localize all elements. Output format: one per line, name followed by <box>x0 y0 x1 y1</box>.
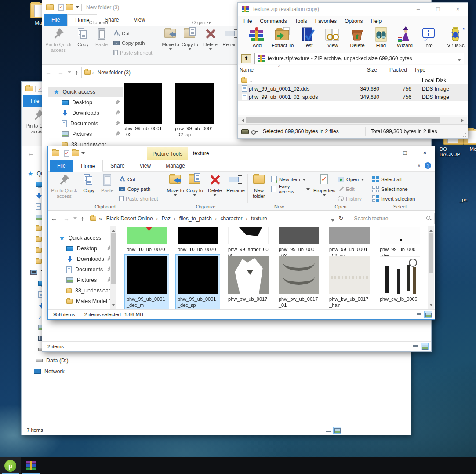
breadcrumb[interactable]: New folder (3) <box>96 69 132 76</box>
file-tile-selected[interactable]: phw_99_ub_0001_dec_m <box>127 256 167 309</box>
chevron-down-icon[interactable] <box>81 152 85 156</box>
invert-selection-button[interactable]: Invert selection <box>372 195 415 202</box>
tab-home[interactable]: Home <box>73 160 103 172</box>
rename-button[interactable]: Rename <box>225 173 247 193</box>
table-row[interactable]: .. Local Disk <box>238 76 468 84</box>
nav-item-documents[interactable]: Documents <box>51 264 110 275</box>
copy-button[interactable]: Copy <box>80 173 98 193</box>
select-all-button[interactable]: Select all <box>372 175 402 183</box>
file-tile[interactable]: phw_10_ub_0020_sp <box>178 227 218 259</box>
nav-item-quick-access[interactable]: ★Quick access <box>51 233 110 243</box>
breadcrumb-item[interactable]: texture <box>249 215 269 222</box>
view-button[interactable]: View <box>320 26 345 51</box>
nav-item-documents[interactable]: Documents <box>48 118 123 129</box>
checkmark-icon[interactable]: ✓ <box>64 150 69 157</box>
thumbnail-view-button[interactable] <box>421 343 429 350</box>
up-icon[interactable]: ↑ <box>72 69 81 76</box>
close-button[interactable]: × <box>415 146 435 159</box>
file-tile[interactable]: phw_99_ub_0001_02 <box>279 227 319 259</box>
tab-share[interactable]: Share <box>103 160 132 172</box>
column-packed[interactable]: Packed <box>379 67 409 73</box>
column-type[interactable]: Type <box>409 67 427 73</box>
help-icon[interactable]: ? <box>425 162 431 169</box>
copy-button[interactable]: Copy <box>74 27 92 47</box>
nav-item-downloads[interactable]: Downloads <box>51 254 110 264</box>
file-tile[interactable]: phw_ew_lb_0009 <box>380 256 420 302</box>
toolbar-overflow-icon[interactable]: » <box>463 26 466 32</box>
add-button[interactable]: Add <box>245 26 269 51</box>
new-folder-button[interactable]: New folder <box>248 173 269 199</box>
copy-to-button[interactable]: Copy to <box>180 27 200 52</box>
nav-item-pictures[interactable]: Pictures <box>51 275 110 285</box>
breadcrumb-item[interactable]: character <box>219 215 244 222</box>
file-tile[interactable]: phw_bw_ub_0017 <box>228 256 269 302</box>
select-none-button[interactable]: Select none <box>372 185 408 193</box>
breadcrumb-item[interactable]: files_to_patch <box>178 215 214 222</box>
breadcrumb-item[interactable]: Black Desert Online <box>105 215 155 222</box>
up-one-level-button[interactable]: ⬆ <box>241 54 251 63</box>
delete-button[interactable]: Delete <box>205 173 225 198</box>
extract-to-button[interactable]: Extract To <box>270 26 295 51</box>
scrollbar-thumb[interactable] <box>429 233 433 273</box>
tab-manage[interactable]: Manage <box>158 160 192 172</box>
move-to-button[interactable]: Move to <box>161 27 180 52</box>
up-icon[interactable]: ↑ <box>78 215 87 222</box>
paste-shortcut-button[interactable]: Paste shortcut <box>113 49 153 56</box>
file-tile[interactable]: phw_99_ub_0001_02_sp <box>329 227 370 259</box>
chevron-down-icon[interactable] <box>458 59 461 63</box>
tab-view[interactable]: View <box>132 160 158 172</box>
easy-access-button[interactable]: Easy access <box>271 185 310 193</box>
menu-file[interactable]: File <box>240 18 256 24</box>
menu-tools[interactable]: Tools <box>291 18 311 24</box>
archive-path-combobox[interactable]: texture.zip\texture - ZIP archive, unpac… <box>254 53 464 64</box>
close-button[interactable]: × <box>448 3 468 15</box>
new-item-button[interactable]: New item <box>271 175 306 183</box>
thumbnail-view-button[interactable] <box>424 311 432 318</box>
nav-item-desktop[interactable]: Desktop <box>48 97 123 108</box>
collapse-ribbon-icon[interactable]: ∧ <box>418 163 421 168</box>
file-tile[interactable]: phw_10_ub_0020_m <box>127 227 167 259</box>
tab-file[interactable]: File <box>50 160 73 172</box>
minimize-button[interactable]: – <box>375 146 395 159</box>
nav-item-network[interactable]: Network <box>24 366 121 377</box>
thumbnail-view-button[interactable] <box>333 427 341 434</box>
menu-favorites[interactable]: Favorites <box>311 18 341 24</box>
copy-to-button[interactable]: Copy to <box>185 173 204 198</box>
nav-item-males-model[interactable]: Males Model 1_p <box>51 296 110 306</box>
content-scrollbar[interactable] <box>428 226 434 309</box>
breadcrumb-item[interactable]: Paz <box>160 215 172 222</box>
address-box[interactable]: « Black Desert Online› Paz› files_to_pat… <box>87 213 346 224</box>
file-tile-selected[interactable]: phw_99_ub_0001_dec_sp <box>178 256 218 309</box>
copy-path-button[interactable]: wCopy path <box>113 39 145 47</box>
chevron-down-icon[interactable] <box>331 219 334 223</box>
resize-grip[interactable] <box>462 133 467 137</box>
column-size[interactable]: Size <box>349 67 379 73</box>
back-icon[interactable]: ← <box>48 215 60 222</box>
minimize-button[interactable]: – <box>408 3 428 15</box>
file-tile[interactable]: phw_bw_ub_0017_01 <box>279 256 319 309</box>
details-view-button[interactable] <box>324 427 332 434</box>
forward-icon[interactable]: → <box>55 69 67 76</box>
history-button[interactable]: History <box>338 195 362 202</box>
menu-commands[interactable]: Commands <box>256 18 291 24</box>
maximize-button[interactable]: □ <box>428 3 448 15</box>
nav-item-desktop[interactable]: Desktop <box>51 243 110 254</box>
move-to-button[interactable]: Move to <box>166 173 185 198</box>
menu-help[interactable]: Help <box>367 18 385 24</box>
details-view-button[interactable] <box>415 311 423 318</box>
cut-button[interactable]: Cut <box>113 29 130 37</box>
nav-scrollbar[interactable] <box>110 226 116 309</box>
find-button[interactable]: Find <box>369 26 393 51</box>
back-icon[interactable]: ← <box>42 69 55 76</box>
breadcrumb-overflow[interactable]: « <box>97 215 104 222</box>
forward-icon[interactable]: → <box>60 215 73 222</box>
chevron-down-icon[interactable] <box>76 6 79 10</box>
open-button[interactable]: Open <box>338 175 364 183</box>
checkmark-icon[interactable]: ✓ <box>58 4 64 11</box>
details-view-button[interactable] <box>411 343 419 350</box>
file-tile[interactable]: phw_99_ub_0001_02_sp <box>175 83 215 138</box>
refresh-icon[interactable]: ↻ <box>339 215 344 222</box>
file-tile[interactable]: phw_99_ub_0001_dec <box>380 227 420 259</box>
table-row[interactable]: phw_99_ub_0001_02_sp.dds 349,680 756 DDS… <box>238 93 468 101</box>
menu-options[interactable]: Options <box>341 18 367 24</box>
